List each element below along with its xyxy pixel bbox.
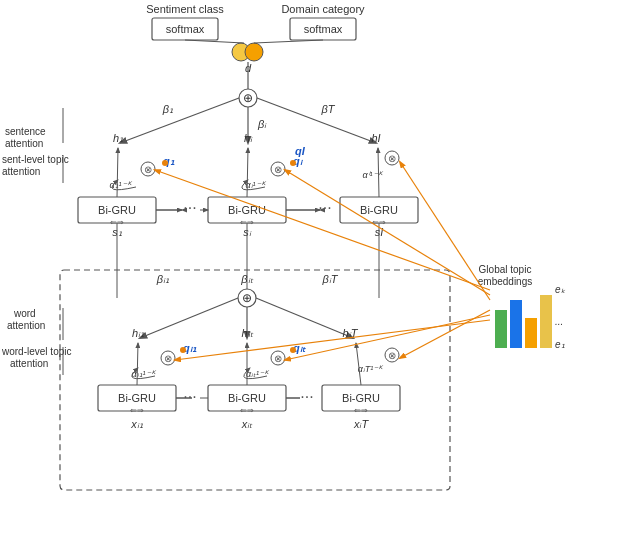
diagram-container: Sentiment class Domain category softmax … xyxy=(0,0,640,541)
sent-topic-label-2: attention xyxy=(2,166,40,177)
eK-label: eₖ xyxy=(555,284,566,295)
svg-text:⊗: ⊗ xyxy=(144,164,152,175)
sentence-attention-label-1: sentence xyxy=(5,126,46,137)
betaiT-label: βᵢT xyxy=(321,273,338,285)
svg-text:⊕: ⊕ xyxy=(242,291,252,305)
svg-text:⇐⇒: ⇐⇒ xyxy=(354,406,368,415)
svg-text:⇐⇒: ⇐⇒ xyxy=(240,406,254,415)
global-topic-label-1: Global topic xyxy=(479,264,532,275)
bar-blue xyxy=(510,300,522,348)
beta1-label: β₁ xyxy=(162,103,173,115)
orange-dot-qi xyxy=(290,160,296,166)
h1-label: h₁ xyxy=(113,132,123,144)
bigru-word-i-label: Bi-GRU xyxy=(228,392,266,404)
orange-dot-qi1 xyxy=(180,347,186,353)
bar-yellow xyxy=(540,295,552,348)
svg-text:⊗: ⊗ xyxy=(388,153,396,164)
hit-label: hᵢₜ xyxy=(241,327,253,339)
hi-label: hᵢ xyxy=(244,132,253,144)
d-node-right xyxy=(245,43,263,61)
architecture-diagram: Sentiment class Domain category softmax … xyxy=(0,0,640,541)
hi1-label: hᵢ₁ xyxy=(132,327,144,339)
svg-text:⊗: ⊗ xyxy=(164,353,172,364)
alphaI-label: αᴵ¹⁻ᴷ xyxy=(362,170,383,180)
domain-category-label: Domain category xyxy=(281,3,365,15)
dots-word-2: ··· xyxy=(300,388,313,405)
xiT-label: xᵢT xyxy=(353,418,370,430)
softmax-label-2: softmax xyxy=(304,23,343,35)
bigru-word-1-label: Bi-GRU xyxy=(118,392,156,404)
orange-dot-q1 xyxy=(162,160,168,166)
bar-orange xyxy=(525,318,537,348)
sent-topic-label-1: sent-level topic xyxy=(2,154,69,165)
svg-text:⊗: ⊗ xyxy=(274,353,282,364)
e1-label: e₁ xyxy=(555,339,565,350)
dots-2: ··· xyxy=(318,199,331,216)
betait-label: βᵢₜ xyxy=(240,273,253,285)
svg-text:⇐⇒: ⇐⇒ xyxy=(130,406,144,415)
sentence-attention-label-2: attention xyxy=(5,138,43,149)
betaT-label: βT xyxy=(320,103,335,115)
bigru-top-1-label: Bi-GRU xyxy=(98,204,136,216)
svg-text:⊕: ⊕ xyxy=(243,91,253,105)
hI-label: hI xyxy=(371,132,380,144)
alphaiT-label: αᵢT¹⁻ᴷ xyxy=(358,364,385,374)
xi1-label: xᵢ₁ xyxy=(130,418,143,430)
betai-label: βᵢ xyxy=(257,118,267,130)
betai1-label: βᵢ₁ xyxy=(156,273,169,285)
bigru-top-I-label: Bi-GRU xyxy=(360,204,398,216)
bar-green xyxy=(495,310,507,348)
e2-label: ... xyxy=(555,316,563,327)
svg-text:⊗: ⊗ xyxy=(274,164,282,175)
bigru-word-T-label: Bi-GRU xyxy=(342,392,380,404)
orange-dot-qit xyxy=(290,347,296,353)
svg-text:⊗: ⊗ xyxy=(388,350,396,361)
word-topic-label-2: attention xyxy=(10,358,48,369)
xit-label: xᵢₜ xyxy=(241,418,254,430)
dots-word-1: ··· xyxy=(183,388,196,405)
softmax-label-1: softmax xyxy=(166,23,205,35)
sentiment-class-label: Sentiment class xyxy=(146,3,224,15)
word-topic-label-1: word-level topic xyxy=(1,346,71,357)
global-topic-label-2: embeddings xyxy=(478,276,532,287)
dots-1: ··· xyxy=(183,199,196,216)
bigru-top-i-label: Bi-GRU xyxy=(228,204,266,216)
word-attention-label-2: attention xyxy=(7,320,45,331)
word-attention-label-1: word xyxy=(13,308,36,319)
